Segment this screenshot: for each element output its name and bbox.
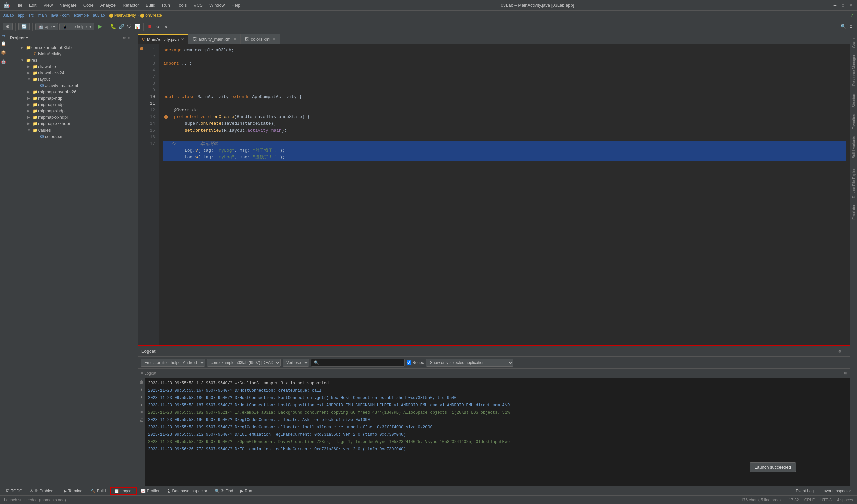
logcat-minimize-icon[interactable]: — <box>844 349 846 354</box>
commit-icon[interactable]: 📋 <box>1 41 6 46</box>
tree-item-colors-xml[interactable]: 🖼 colors.xml <box>7 133 138 139</box>
tree-item-drawable[interactable]: ▶ 📁 drawable <box>7 63 138 70</box>
bottom-tab-profiler[interactable]: 📈 Profiler <box>137 487 163 495</box>
bottom-tab-problems[interactable]: ⚠ 6: Problems <box>27 487 60 495</box>
search-everywhere-button[interactable]: 🔍 <box>840 23 846 30</box>
menu-refactor[interactable]: Refactor <box>120 2 141 9</box>
tree-item-res[interactable]: ▼ 📁 res <box>7 57 138 63</box>
process-select[interactable]: com.example.a03lab (9507) [DEAD] <box>207 359 281 367</box>
tree-item-mipmap-xxxhdpi[interactable]: ▶ 📁 mipmap-xxxhdpi <box>7 120 138 127</box>
maximize-button[interactable]: ❐ <box>840 3 846 8</box>
minimize-button[interactable]: — <box>832 3 838 8</box>
menu-tools[interactable]: Tools <box>174 2 189 9</box>
redo-button[interactable]: ↻ <box>162 23 169 30</box>
debug-button[interactable]: 🐛 <box>110 23 117 30</box>
regex-checkbox[interactable] <box>407 360 411 365</box>
code-editor[interactable]: 1 2 3 4 7 8 9 10 11 12 13 14 15 16 17 <box>138 44 850 346</box>
menu-view[interactable]: View <box>40 2 55 9</box>
verbosity-select[interactable]: Verbose <box>283 359 309 367</box>
print-button[interactable]: 🖨 <box>139 418 144 423</box>
tree-item-com-example[interactable]: ▶ 📁 com.example.a03lab <box>7 44 138 51</box>
tree-item-values[interactable]: ▼ 📁 values <box>7 127 138 133</box>
bottom-tab-run[interactable]: ▶ Run <box>237 487 255 495</box>
menu-build[interactable]: Build <box>143 2 158 9</box>
right-tab-build-variants[interactable]: Build Variants <box>851 134 856 160</box>
right-tab-emulator[interactable]: Emulator <box>851 203 856 221</box>
filter-button[interactable]: ≡ <box>140 410 142 415</box>
down-button[interactable]: ⬇ <box>140 403 142 408</box>
scope-icon[interactable]: ⊕ <box>123 35 126 41</box>
right-tab-structure[interactable]: Structure <box>851 91 856 110</box>
tree-item-layout[interactable]: ▼ 📁 layout <box>7 76 138 82</box>
device-select[interactable]: Emulator little_helper Android <box>140 359 205 367</box>
breadcrumb-mainactivity[interactable]: ⬤ MainActivity <box>109 13 136 18</box>
tree-item-mipmap-hdpi[interactable]: ▶ 📁 mipmap-hdpi <box>7 95 138 101</box>
bottom-tab-build[interactable]: 🔨 Build <box>87 487 110 495</box>
project-icon[interactable]: 1 <box>2 35 6 37</box>
tree-item-mipmap-xhdpi[interactable]: ▶ 📁 mipmap-xhdpi <box>7 108 138 114</box>
bottom-tab-logcat[interactable]: 📋 Logcat <box>110 487 137 495</box>
breadcrumb-src[interactable]: src <box>29 13 34 18</box>
tree-item-mipmap-anydpi[interactable]: ▶ 📁 mipmap-anydpi-v26 <box>7 89 138 95</box>
resource-icon[interactable]: 📦 <box>1 50 6 55</box>
menu-edit[interactable]: Edit <box>27 2 39 9</box>
tab-activity-main-xml[interactable]: 🖼 activity_main.xml ✕ <box>188 34 241 44</box>
breadcrumb-03lab[interactable]: 03Lab <box>3 13 14 18</box>
attach-button[interactable]: 🔗 <box>118 23 124 30</box>
filter-select[interactable]: Show only selected application <box>426 359 513 367</box>
breadcrumb-example[interactable]: example <box>74 13 89 18</box>
stop-button[interactable]: ■ <box>146 23 153 30</box>
logcat-search-input[interactable] <box>311 359 405 367</box>
coverage-button[interactable]: 🛡 <box>126 23 133 30</box>
tab-mainactivity[interactable]: C MainActivity.java ✕ <box>138 34 188 44</box>
tab-close-activity-xml[interactable]: ✕ <box>233 37 236 41</box>
sync-button[interactable]: 🔄 <box>18 23 30 31</box>
breadcrumb-oncreate[interactable]: ⬤ onCreate <box>140 13 162 18</box>
tab-colors-xml[interactable]: 🖼 colors.xml ✕ <box>241 34 280 44</box>
tree-item-mipmap-xxhdpi[interactable]: ▶ 📁 mipmap-xxhdpi <box>7 114 138 120</box>
menu-navigate[interactable]: Navigate <box>56 2 79 9</box>
menu-file[interactable]: File <box>13 2 25 9</box>
close-panel-icon[interactable]: — <box>132 35 135 40</box>
breadcrumb-java[interactable]: java <box>51 13 58 18</box>
device-selector[interactable]: 📱 little helper ▾ <box>59 23 95 31</box>
project-dropdown-icon[interactable]: ▾ <box>26 36 28 40</box>
right-tab-resource-manager[interactable]: Resource Manager <box>851 52 856 88</box>
menu-code[interactable]: Code <box>81 2 97 9</box>
project-structure-button[interactable]: ⚙ <box>3 23 13 31</box>
logcat-lines[interactable]: 2023-11-23 09:55:53.113 9507-9540/? W/Gr… <box>145 378 850 486</box>
menu-run[interactable]: Run <box>159 2 173 9</box>
tab-close-mainactivity[interactable]: ✕ <box>181 37 184 42</box>
menu-help[interactable]: Help <box>229 2 243 9</box>
close-button[interactable]: ✕ <box>848 3 854 8</box>
run-button[interactable]: ▶ <box>96 22 104 31</box>
right-tab-gradle[interactable]: Gradle <box>851 35 856 50</box>
bottom-tab-find[interactable]: 🔍 3: Find <box>211 487 237 495</box>
menu-window[interactable]: Window <box>206 2 227 9</box>
clear-logcat-button[interactable]: 🗑 <box>139 380 144 385</box>
breadcrumb-main[interactable]: main <box>38 13 47 18</box>
tree-item-mainactivity[interactable]: C MainActivity <box>7 51 138 57</box>
undo-button[interactable]: ↺ <box>154 23 161 30</box>
gear-icon[interactable]: ⚙ <box>128 35 130 41</box>
code-content[interactable]: package com.example.a03lab; import ...; … <box>159 44 850 346</box>
right-tab-favorites[interactable]: Favorites <box>851 112 856 131</box>
up-button[interactable]: ⬆ <box>140 395 142 400</box>
bottom-tab-terminal[interactable]: ▶ Terminal <box>60 487 86 495</box>
bottom-tab-database[interactable]: 🗄 Database Inspector <box>164 487 211 495</box>
bottom-tab-layout-inspector[interactable]: Layout Inspector <box>818 487 854 495</box>
scroll-to-end-button[interactable]: ⬇ <box>140 387 142 392</box>
breadcrumb-com[interactable]: com <box>62 13 70 18</box>
tree-item-activity-main-xml[interactable]: 🖼 activity_main.xml <box>7 82 138 89</box>
tab-close-colors-xml[interactable]: ✕ <box>272 37 275 41</box>
profile-button[interactable]: 📊 <box>134 23 140 30</box>
breadcrumb-app[interactable]: app <box>18 13 24 18</box>
menu-vcs[interactable]: VCS <box>191 2 205 9</box>
bottom-tab-todo[interactable]: ☑ TODO <box>3 487 26 495</box>
tree-item-mipmap-mdpi[interactable]: ▶ 📁 mipmap-mdpi <box>7 101 138 108</box>
logcat-settings-icon[interactable]: ⚙ <box>838 349 841 354</box>
bottom-tab-event-log[interactable]: Event Log <box>792 487 817 495</box>
menu-analyze[interactable]: Analyze <box>98 2 118 9</box>
logcat-layout-icon[interactable]: ⊞ <box>844 370 847 376</box>
settings-button[interactable]: ⚙ <box>847 23 854 30</box>
